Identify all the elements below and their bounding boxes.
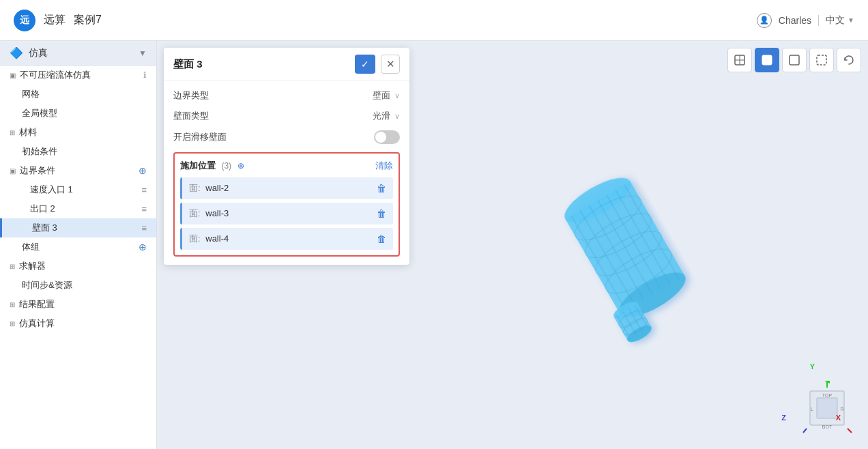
sidebar-item-materials[interactable]: ⊞ 材料	[0, 123, 156, 142]
sidebar-item-label: 全局模型	[22, 107, 57, 119]
confirm-button[interactable]: ✓	[355, 55, 375, 74]
panel-header: 壁面 3 ✓ ✕	[164, 48, 409, 81]
applied-header: 施加位置 (3) ⊕ 清除	[180, 159, 393, 172]
wall-prefix: 面:	[189, 183, 201, 193]
sidebar-header-left: 🔷 仿真	[10, 46, 48, 59]
applied-title: 施加位置	[180, 160, 216, 171]
wall-label: 面: wall-2	[189, 182, 229, 194]
list-icon: ≡	[141, 185, 147, 195]
wall-item-2: 面: wall-3 🗑	[180, 203, 393, 224]
wall-prefix: 面:	[189, 208, 201, 218]
sidebar-item-label: 初始条件	[22, 145, 57, 158]
expand-icon: ⊞	[10, 301, 15, 308]
chevron-down-icon: ▼	[848, 16, 854, 24]
delete-wall2-button[interactable]: 🗑	[377, 208, 386, 219]
sidebar-item-label: 速度入口 1	[30, 184, 73, 196]
svg-rect-5	[790, 55, 799, 65]
svg-text:L: L	[811, 407, 813, 411]
sidebar-item-label: 时间步&资源	[22, 279, 72, 291]
sidebar-item-global-model[interactable]: 全局模型	[0, 104, 156, 123]
clear-button[interactable]: 清除	[375, 160, 393, 172]
wall-item-1: 面: wall-2 🗑	[180, 177, 393, 199]
3d-model-svg	[444, 132, 799, 351]
y-axis-label: Y	[810, 362, 815, 371]
svg-text:TOP: TOP	[822, 393, 833, 398]
panel-title: 壁面 3	[173, 58, 203, 71]
app-name: 远算	[44, 13, 66, 27]
sidebar-item-label: 仿真计算	[19, 317, 55, 330]
surface-button[interactable]	[782, 48, 807, 72]
expand-icon: ⊞	[10, 129, 15, 136]
svg-text:R: R	[840, 407, 843, 411]
language-selector[interactable]: 中文 ▼	[826, 14, 854, 27]
sidebar-item-velocity-inlet[interactable]: 速度入口 1 ≡	[0, 180, 156, 199]
sidebar-item-sim-calc[interactable]: ⊞ 仿真计算	[0, 314, 156, 333]
sidebar-item-boundary-conditions[interactable]: ▣ 边界条件 ⊕	[0, 161, 156, 180]
close-button[interactable]: ✕	[381, 55, 400, 74]
panel-actions: ✓ ✕	[355, 55, 400, 74]
wall-type-text: 光滑	[373, 110, 390, 122]
sidebar-item-label: 求解器	[19, 260, 46, 272]
wall-name: wall-3	[205, 208, 229, 218]
header-divider	[818, 15, 819, 26]
slip-wall-toggle[interactable]	[374, 130, 400, 144]
delete-wall3-button[interactable]: 🗑	[377, 233, 386, 244]
sidebar-item-label: 材料	[19, 126, 37, 139]
svg-rect-6	[817, 55, 826, 65]
sidebar-collapse-icon[interactable]: ▼	[139, 48, 147, 58]
sidebar-item-label: 体组	[22, 241, 40, 253]
expand-icon: ⊞	[10, 320, 15, 328]
wireframe-button[interactable]	[727, 48, 752, 72]
slip-wall-row: 开启滑移壁面	[173, 130, 400, 144]
svg-line-37	[803, 429, 807, 433]
applied-info-icon[interactable]: ⊕	[237, 161, 244, 171]
chevron-right-icon: ∨	[394, 91, 400, 100]
simulation-icon: 🔷	[10, 46, 23, 59]
sidebar-item-wall3[interactable]: 壁面 3 ≡	[0, 218, 156, 237]
project-title: 案例7	[74, 13, 102, 27]
applied-title-group: 施加位置 (3) ⊕	[180, 159, 244, 172]
header-right: 👤 Charles 中文 ▼	[757, 13, 854, 28]
reset-view-button[interactable]	[837, 48, 861, 72]
chevron-right-icon: ∨	[394, 112, 400, 121]
panel-body: 边界类型 壁面 ∨ 壁面类型 光滑 ∨ 开启滑移壁面	[164, 81, 409, 265]
sidebar-item-label: 结果配置	[19, 298, 55, 310]
add-body-icon[interactable]: ⊕	[139, 242, 147, 252]
expand-icon: ▣	[10, 167, 16, 175]
wall-name: wall-2	[205, 183, 229, 193]
boundary-type-label: 边界类型	[173, 89, 209, 102]
wall3-panel: 壁面 3 ✓ ✕ 边界类型 壁面 ∨ 壁面类型	[164, 48, 409, 265]
sidebar-item-body-group[interactable]: 体组 ⊕	[0, 237, 156, 257]
app-logo: 远	[14, 10, 35, 31]
expand-icon: ⊞	[10, 263, 15, 270]
svg-rect-31	[817, 398, 837, 418]
main-layout: 🔷 仿真 ▼ ▣ 不可压缩流体仿真 ℹ 网格 全局模型 ⊞ 材料 初始条件 ▣ …	[0, 41, 868, 449]
sidebar-item-results-config[interactable]: ⊞ 结果配置	[0, 295, 156, 314]
info-icon[interactable]: ℹ	[143, 70, 147, 80]
sidebar-item-initial-conditions[interactable]: 初始条件	[0, 142, 156, 161]
sidebar-item-incompressible[interactable]: ▣ 不可压缩流体仿真 ℹ	[0, 66, 156, 85]
toggle-knob	[375, 132, 386, 143]
sidebar-item-time-resources[interactable]: 时间步&资源	[0, 276, 156, 295]
wall-label: 面: wall-3	[189, 207, 229, 220]
sidebar-item-label: 出口 2	[30, 203, 55, 215]
viewport-toolbar	[727, 48, 861, 72]
axis-indicator: TOP BOT L R Y Z X	[800, 381, 854, 435]
sidebar-item-outlet[interactable]: 出口 2 ≡	[0, 199, 156, 218]
list-icon: ≡	[141, 204, 147, 214]
transparent-button[interactable]	[809, 48, 834, 72]
sidebar-item-solver[interactable]: ⊞ 求解器	[0, 257, 156, 276]
boundary-type-value[interactable]: 壁面 ∨	[373, 89, 400, 102]
boundary-type-text: 壁面	[373, 89, 390, 102]
solid-view-button[interactable]	[755, 48, 779, 72]
add-boundary-icon[interactable]: ⊕	[139, 165, 147, 176]
sidebar-item-mesh[interactable]: 网格	[0, 85, 156, 104]
expand-icon: ▣	[10, 72, 16, 79]
wall-type-value[interactable]: 光滑 ∨	[373, 110, 400, 122]
list-icon: ≡	[141, 223, 147, 233]
slip-wall-label: 开启滑移壁面	[173, 131, 227, 143]
delete-wall1-button[interactable]: 🗑	[377, 183, 386, 194]
sidebar-item-label: 网格	[22, 88, 40, 100]
svg-rect-4	[764, 57, 770, 63]
wall-type-row: 壁面类型 光滑 ∨	[173, 110, 400, 122]
